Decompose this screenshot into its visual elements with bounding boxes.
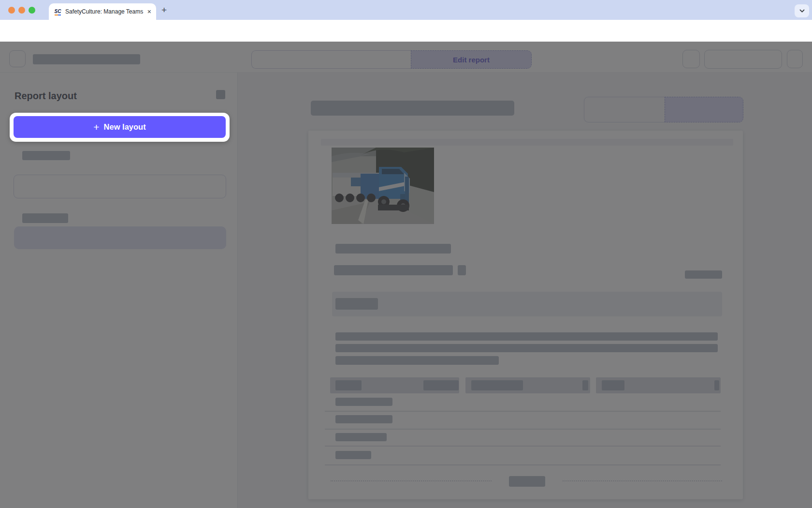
tutorial-dim-overlay [0,42,812,508]
new-layout-label: New layout [104,122,146,132]
new-tab-button[interactable]: + [161,6,167,15]
safetyculture-favicon: SC [54,8,62,16]
tab-close-icon[interactable]: × [147,8,151,15]
browser-toolbar: https://app.safetyculture.com/template-e… [0,20,812,42]
window-zoom-button[interactable] [29,7,35,14]
plus-icon: + [93,122,99,132]
window-minimize-button[interactable] [18,7,25,14]
tab-search-chevron-icon [799,8,805,14]
new-layout-button[interactable]: + New layout [14,116,226,138]
browser-tab-strip: SC SafetyCulture: Manage Teams and... × … [0,0,812,20]
browser-tab[interactable]: SC SafetyCulture: Manage Teams and... × [49,3,156,20]
tab-search-button[interactable] [795,4,809,17]
window-close-button[interactable] [8,7,15,14]
tab-title: SafetyCulture: Manage Teams and... [65,8,144,15]
